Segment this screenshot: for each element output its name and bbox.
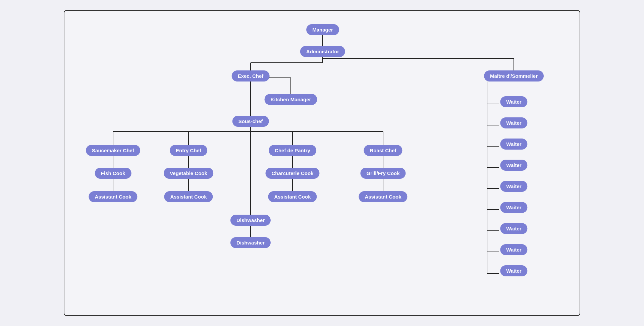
grill-fry-cook-node: Grill/Fry Cook — [360, 168, 406, 179]
waiter-3-node: Waiter — [500, 139, 527, 150]
saucemaker-chef-node: Saucemaker Chef — [86, 145, 140, 156]
waiter-4-node: Waiter — [500, 160, 527, 171]
sous-chef-node: Sous-chef — [232, 116, 269, 127]
dishwasher-1-node: Dishwasher — [230, 215, 271, 226]
vegetable-cook-node: Vegetable Cook — [164, 168, 213, 179]
manager-node: Manager — [306, 24, 339, 35]
waiter-9-node: Waiter — [500, 265, 527, 276]
dishwasher-2-node: Dishwasher — [230, 237, 271, 248]
chef-de-pantry-node: Chef de Pantry — [269, 145, 316, 156]
waiter-6-node: Waiter — [500, 202, 527, 213]
org-chart-container: Manager Administrator Exec. Chef Maître … — [64, 10, 580, 316]
assistant-cook-4-node: Assistant Cook — [359, 191, 407, 202]
waiter-7-node: Waiter — [500, 223, 527, 234]
entry-chef-node: Entry Chef — [170, 145, 207, 156]
waiter-2-node: Waiter — [500, 117, 527, 128]
administrator-node: Administrator — [300, 46, 345, 57]
assistant-cook-3-node: Assistant Cook — [268, 191, 317, 202]
kitchen-manager-node: Kitchen Manager — [265, 94, 317, 105]
maitre-node: Maître d'/Sommelier — [484, 70, 544, 82]
waiter-5-node: Waiter — [500, 181, 527, 192]
waiter-1-node: Waiter — [500, 96, 527, 107]
exec-chef-node: Exec. Chef — [232, 70, 270, 82]
roast-chef-node: Roast Chef — [364, 145, 402, 156]
charcuterie-cook-node: Charcuterie Cook — [265, 168, 319, 179]
assistant-cook-2-node: Assistant Cook — [164, 191, 213, 202]
fish-cook-node: Fish Cook — [95, 168, 131, 179]
assistant-cook-1-node: Assistant Cook — [89, 191, 137, 202]
waiter-8-node: Waiter — [500, 244, 527, 255]
